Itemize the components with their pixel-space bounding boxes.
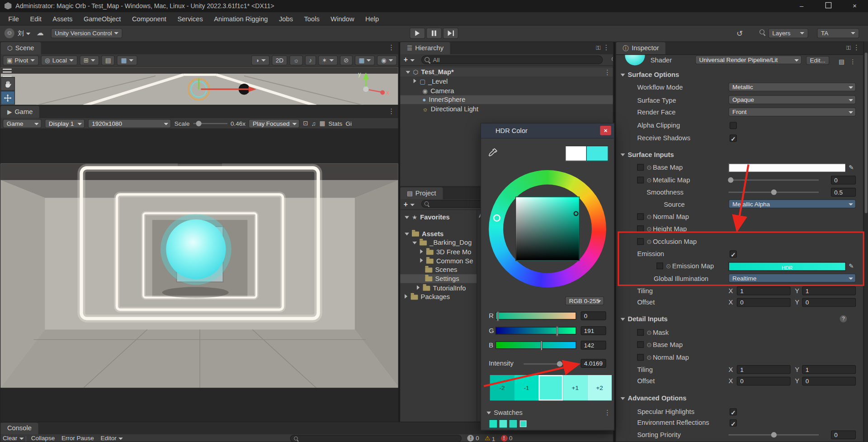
measure-dropdown[interactable]: ▦ [117, 55, 137, 65]
color-mode-dropdown[interactable]: RGB 0-255 [565, 296, 604, 305]
console-clear-button[interactable]: Clear [3, 435, 24, 442]
emission-map-texture-slot[interactable] [656, 262, 663, 269]
account-avatar-icon[interactable]: ☺ [5, 28, 14, 38]
b-value-field[interactable]: 142 [580, 341, 606, 350]
menu-animation-rigging[interactable]: Animation Rigging [209, 14, 273, 22]
sorting-priority-slider[interactable] [728, 434, 819, 435]
console-search-input[interactable] [290, 435, 462, 442]
menu-help[interactable]: Help [360, 14, 384, 22]
undo-history-icon[interactable]: ↺ [736, 29, 743, 38]
hand-tool-button[interactable] [0, 77, 15, 91]
scale-slider[interactable] [193, 120, 227, 127]
detail-tiling-y-field[interactable]: 1 [802, 365, 856, 374]
hierarchy-add-button[interactable]: + [404, 55, 415, 63]
swatch-4[interactable] [520, 420, 527, 427]
debug-bug-icon[interactable]: ⊡ [303, 119, 308, 127]
detail-offset-x-field[interactable]: 0 [737, 377, 791, 386]
hierarchy-lock-icon[interactable]: ⚿ [596, 44, 600, 52]
source-dropdown[interactable]: Metallic Alpha [728, 200, 856, 209]
menu-window[interactable]: Window [326, 14, 359, 22]
pause-button[interactable] [426, 28, 442, 38]
sv-knob[interactable] [574, 211, 579, 216]
project-row-tutorialinfo[interactable]: TutorialInfo [400, 284, 476, 293]
console-error-pause-button[interactable]: Error Pause [61, 435, 94, 442]
inspector-scrollbar[interactable] [863, 42, 868, 442]
hdr-dialog-close-button[interactable]: × [600, 126, 611, 135]
shader-presets-icon[interactable]: ▤ [839, 57, 844, 67]
surface-type-dropdown[interactable]: Opaque [728, 95, 856, 105]
project-search-input[interactable] [421, 200, 488, 208]
swatch-3[interactable] [509, 419, 518, 428]
cloud-icon[interactable]: ☁ [37, 29, 44, 37]
project-row-packages[interactable]: Packages [400, 293, 476, 302]
hierarchy-row-camera[interactable]: ◉Camera [400, 86, 613, 95]
account-dropdown[interactable]: TA [817, 28, 859, 38]
play-focused-dropdown[interactable]: Play Focused [249, 119, 300, 128]
move-tool-button[interactable] [0, 91, 15, 105]
sorting-priority-value-field[interactable]: 0 [831, 430, 856, 439]
minimize-button[interactable]: – [789, 0, 814, 12]
play-button[interactable] [410, 28, 425, 38]
gizmos-dropdown[interactable]: Gi [346, 120, 352, 127]
metallic-value-field[interactable]: 0 [831, 176, 856, 185]
inspector-menu-kebab[interactable]: ⋮ [853, 44, 860, 52]
detail-tiling-x-field[interactable]: 1 [737, 365, 791, 374]
project-row-common[interactable]: Common Se [400, 257, 476, 266]
tiling-x-field[interactable]: 1 [737, 286, 791, 295]
hue-knob[interactable] [493, 214, 500, 222]
offset-x-field[interactable]: 0 [737, 298, 791, 307]
smoothness-value-field[interactable]: 0.5 [831, 188, 856, 197]
shader-kebab-icon[interactable]: ⋮ [850, 57, 856, 67]
tab-scene[interactable]: ⬡Scene [0, 42, 41, 54]
intensity-value-field[interactable]: 4.0169 [580, 359, 606, 368]
grid-snap-dropdown[interactable]: ⊞ [80, 55, 99, 65]
r-value-field[interactable]: 0 [580, 311, 606, 320]
offset-y-field[interactable]: 0 [802, 298, 856, 307]
base-map-eyedropper-icon[interactable]: ✎ [849, 162, 854, 172]
hierarchy-row-innersphere[interactable]: ●InnerSphere [400, 95, 613, 105]
global-illumination-dropdown[interactable]: Realtime [728, 274, 856, 283]
detail-normal-map-texture-slot[interactable] [637, 354, 644, 361]
game-menu-kebab[interactable]: ⋮ [388, 108, 395, 115]
exposure-plus1[interactable]: +1 [563, 375, 587, 400]
smoothness-slider[interactable] [728, 192, 819, 193]
emission-map-eyedropper-icon[interactable]: ✎ [849, 261, 854, 271]
metallic-slider-handle[interactable] [728, 177, 733, 183]
alpha-clipping-checkbox[interactable] [730, 122, 737, 129]
project-row-favorites[interactable]: ★Favorites [400, 213, 476, 222]
console-collapse-button[interactable]: Collapse [31, 435, 55, 442]
emission-color-field[interactable]: HDR [728, 262, 846, 271]
sorting-priority-slider-handle[interactable] [771, 432, 777, 437]
hierarchy-row-level[interactable]: ▢_Level [400, 77, 613, 86]
console-info-badge[interactable]: !0 [467, 435, 479, 442]
b-slider[interactable] [495, 341, 576, 349]
tab-hierarchy[interactable]: ☰Hierarchy [400, 42, 450, 54]
2d-toggle[interactable]: 2D [272, 55, 287, 65]
game-view-dropdown[interactable]: Game [3, 119, 42, 128]
hierarchy-search-input[interactable]: All [421, 55, 603, 64]
intensity-slider-handle[interactable] [557, 361, 562, 366]
specular-highlights-checkbox[interactable] [730, 408, 737, 415]
g-slider[interactable] [495, 327, 576, 334]
tab-game[interactable]: ▶Game [0, 106, 39, 118]
environment-reflections-checkbox[interactable] [730, 419, 737, 427]
menu-tools[interactable]: Tools [299, 14, 324, 22]
menu-gameobject[interactable]: GameObject [79, 14, 126, 22]
workflow-mode-dropdown[interactable]: Metallic [728, 82, 856, 91]
shader-edit-button[interactable]: Edit... [806, 56, 830, 65]
scene-overlay-menu-icon[interactable] [3, 69, 12, 77]
console-error-badge[interactable]: !0 [501, 435, 513, 442]
menu-file[interactable]: File [3, 14, 24, 22]
shader-dropdown[interactable]: Universal Render Pipeline/Lit [695, 55, 802, 64]
menu-services[interactable]: Services [172, 14, 208, 22]
exposure-minus2[interactable]: -2 [490, 375, 514, 400]
swatch-1[interactable] [489, 419, 498, 428]
scale-slider-handle[interactable] [196, 120, 201, 126]
eyedropper-icon[interactable] [488, 148, 498, 158]
scene-lighting-toggle[interactable]: ☼ [289, 55, 303, 65]
current-color-swatch[interactable] [586, 146, 609, 161]
metallic-map-texture-slot[interactable] [637, 177, 644, 184]
scene-menu-kebab[interactable]: ⋮ [388, 44, 395, 52]
detail-mask-texture-slot[interactable] [637, 329, 644, 336]
menu-jobs[interactable]: Jobs [274, 14, 298, 22]
